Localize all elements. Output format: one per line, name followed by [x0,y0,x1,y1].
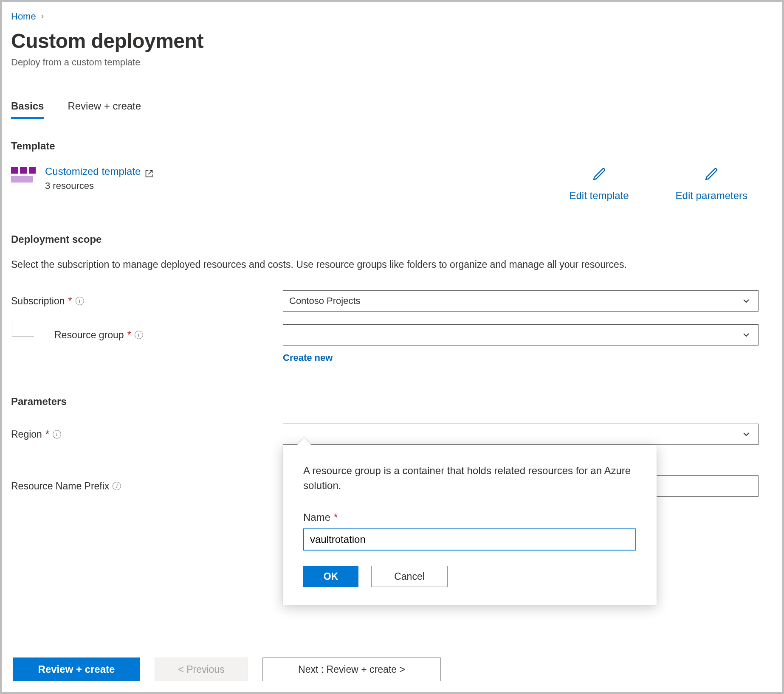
subscription-label-text: Subscription [11,294,65,308]
template-heading: Template [11,139,773,153]
pencil-icon [592,167,606,185]
chevron-down-icon [741,429,751,443]
edit-template-button[interactable]: Edit template [570,167,629,202]
subscription-label: Subscription * i [11,294,283,308]
subscription-value: Contoso Projects [289,295,361,308]
info-icon[interactable]: i [53,430,61,438]
info-icon[interactable]: i [76,297,84,305]
review-create-button[interactable]: Review + create [13,657,140,681]
info-icon[interactable]: i [135,331,143,339]
popover-description: A resource group is a container that hol… [303,464,636,493]
edit-parameters-label: Edit parameters [676,188,747,203]
edit-template-label: Edit template [570,188,629,203]
region-select[interactable] [283,424,759,445]
resource-name-prefix-label-text: Resource Name Prefix [11,479,109,493]
page-subtitle: Deploy from a custom template [11,56,773,69]
customized-template-label: Customized template [45,164,141,179]
region-label: Region * i [11,427,283,441]
resource-group-select[interactable] [283,324,759,346]
template-resource-count: 3 resources [45,180,153,193]
deployment-scope-heading: Deployment scope [11,232,773,247]
popover-name-label: Name * [303,510,636,525]
tree-connector [12,318,34,337]
create-new-link[interactable]: Create new [283,352,333,363]
popover-name-label-text: Name [303,510,330,525]
resource-name-prefix-label: Resource Name Prefix i [11,479,283,493]
tab-review-create[interactable]: Review + create [68,99,141,120]
deployment-scope-description: Select the subscription to manage deploy… [11,258,708,272]
required-asterisk: * [334,510,338,525]
resource-group-label: Resource group [54,328,124,342]
pencil-icon [704,167,719,185]
resource-group-name-input[interactable] [303,528,636,551]
ok-button[interactable]: OK [303,566,358,587]
bottom-action-bar: Review + create < Previous Next : Review… [3,648,781,691]
page-title: Custom deployment [11,27,773,55]
previous-button[interactable]: < Previous [155,657,248,681]
subscription-select[interactable]: Contoso Projects [283,290,759,312]
region-label-text: Region [11,427,42,441]
create-resource-group-popover: A resource group is a container that hol… [283,445,657,605]
chevron-right-icon [39,11,45,22]
breadcrumb-home[interactable]: Home [11,10,36,23]
required-asterisk: * [45,427,49,441]
breadcrumb: Home [11,10,773,23]
next-button[interactable]: Next : Review + create > [262,657,441,681]
chevron-down-icon [741,296,751,310]
tabs: Basics Review + create [11,99,773,120]
required-asterisk: * [68,294,72,308]
parameters-heading: Parameters [11,394,773,409]
edit-parameters-button[interactable]: Edit parameters [676,167,747,202]
cancel-button[interactable]: Cancel [371,566,448,587]
chevron-down-icon [741,330,751,344]
tab-basics[interactable]: Basics [11,99,44,120]
external-link-icon [145,167,153,176]
template-icon [11,167,37,187]
required-asterisk: * [127,328,131,342]
customized-template-link[interactable]: Customized template [45,164,153,179]
info-icon[interactable]: i [113,482,121,490]
